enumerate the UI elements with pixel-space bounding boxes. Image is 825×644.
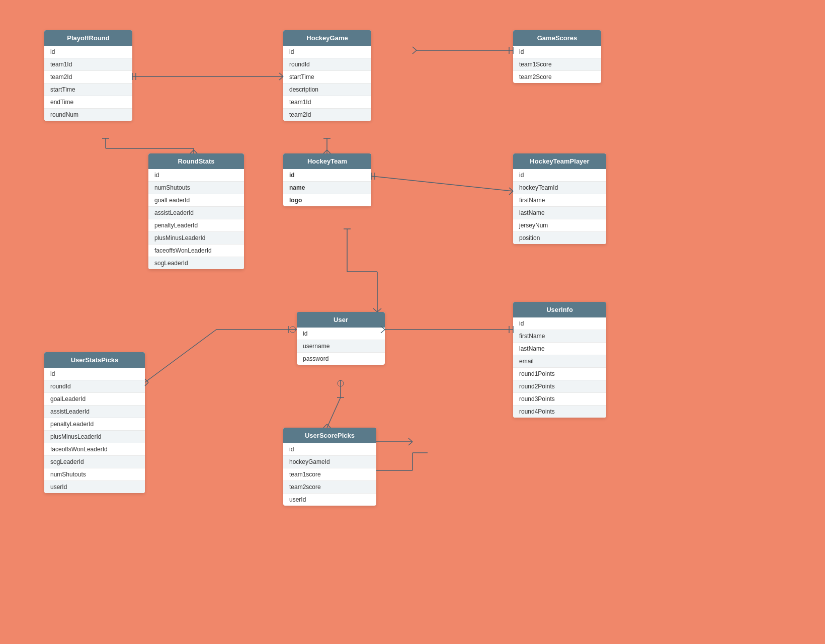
- field-firstname: firstName: [513, 194, 606, 207]
- table-header-user-score-picks: UserScorePicks: [283, 428, 376, 443]
- table-header-hockey-team-player: HockeyTeamPlayer: [513, 153, 606, 169]
- field-penaltyleaderid: penaltyLeaderId: [148, 219, 244, 232]
- table-user-stats-picks: UserStatsPicks id roundId goalLeaderId a…: [44, 352, 145, 493]
- field-id: id: [44, 368, 145, 380]
- field-roundid: roundId: [44, 380, 145, 393]
- field-numshutouts: numShutouts: [148, 182, 244, 194]
- svg-point-29: [290, 327, 296, 333]
- field-id: id: [283, 443, 376, 456]
- svg-line-26: [145, 330, 216, 382]
- svg-line-24: [509, 191, 513, 195]
- field-id: id: [513, 169, 606, 182]
- field-position: position: [513, 232, 606, 244]
- table-user: User id username password: [297, 312, 385, 365]
- field-team1score: team1score: [283, 468, 376, 481]
- table-header-hockey-team: HockeyTeam: [283, 153, 371, 169]
- svg-line-27: [145, 379, 148, 382]
- field-logo: logo: [283, 194, 371, 206]
- field-faceoffswonleaderid: faceoffsWonLeaderId: [44, 443, 145, 456]
- table-header-round-stats: RoundStats: [148, 153, 244, 169]
- field-id: id: [148, 169, 244, 182]
- svg-line-36: [327, 424, 331, 428]
- field-jerseynum: jerseyNum: [513, 219, 606, 232]
- field-id: id: [513, 46, 601, 58]
- field-endtime: endTime: [44, 96, 132, 109]
- svg-line-23: [509, 188, 513, 191]
- table-hockey-team-player: HockeyTeamPlayer id hockeyTeamId firstNa…: [513, 153, 606, 244]
- field-roundid: roundId: [283, 58, 371, 71]
- field-team2score: team2Score: [513, 71, 601, 83]
- svg-line-53: [377, 308, 381, 312]
- field-plusminusleaderid: plusMinusLeaderId: [44, 431, 145, 443]
- field-plusminusleaderid: plusMinusLeaderId: [148, 232, 244, 245]
- field-hockeyteamid: hockeyTeamId: [513, 182, 606, 194]
- field-goalleaderid: goalLeaderId: [148, 194, 244, 207]
- svg-line-14: [194, 150, 197, 153]
- table-hockey-game: HockeyGame id roundId startTime descript…: [283, 30, 371, 121]
- table-header-playoff-round: PlayoffRound: [44, 30, 132, 46]
- field-password: password: [297, 353, 385, 365]
- field-round1points: round1Points: [513, 368, 606, 380]
- svg-line-52: [373, 308, 377, 312]
- field-userid: userId: [44, 481, 145, 493]
- svg-point-33: [338, 380, 344, 386]
- field-team1score: team1Score: [513, 58, 601, 71]
- field-team2id: team2Id: [283, 109, 371, 121]
- table-user-info: UserInfo id firstName lastName email rou…: [513, 302, 606, 418]
- svg-line-35: [323, 424, 327, 428]
- svg-line-45: [408, 442, 412, 445]
- svg-line-28: [145, 382, 148, 386]
- table-game-scores: GameScores id team1Score team2Score: [513, 30, 601, 83]
- table-header-hockey-game: HockeyGame: [283, 30, 371, 46]
- field-sogleaderid: sogLeaderId: [44, 456, 145, 468]
- field-round2points: round2Points: [513, 380, 606, 393]
- field-name: name: [283, 182, 371, 194]
- field-id: id: [44, 46, 132, 58]
- field-id: id: [283, 46, 371, 58]
- field-firstname: firstName: [513, 330, 606, 343]
- field-starttime: startTime: [44, 84, 132, 96]
- svg-line-2: [279, 76, 283, 80]
- svg-line-32: [327, 397, 341, 428]
- svg-line-20: [371, 176, 513, 191]
- field-id: id: [283, 169, 371, 182]
- svg-line-9: [412, 50, 417, 54]
- field-penaltyleaderid: penaltyLeaderId: [44, 418, 145, 431]
- field-userid: userId: [283, 494, 376, 506]
- field-hockeygameid: hockeyGameId: [283, 456, 376, 468]
- table-header-user: User: [297, 312, 385, 328]
- svg-line-18: [327, 150, 331, 153]
- table-user-score-picks: UserScorePicks id hockeyGameId team1scor…: [283, 428, 376, 506]
- table-header-game-scores: GameScores: [513, 30, 601, 46]
- field-numshutouts: numShutouts: [44, 468, 145, 481]
- field-id: id: [513, 317, 606, 330]
- table-header-user-stats-picks: UserStatsPicks: [44, 352, 145, 368]
- table-header-user-info: UserInfo: [513, 302, 606, 317]
- field-assistleaderid: assistLeaderId: [148, 207, 244, 219]
- diagram-container: PlayoffRound id team1Id team2Id startTim…: [0, 0, 825, 644]
- field-id: id: [297, 328, 385, 340]
- table-hockey-team: HockeyTeam id name logo: [283, 153, 371, 206]
- field-round3points: round3Points: [513, 393, 606, 406]
- field-round4points: round4Points: [513, 406, 606, 418]
- field-assistleaderid: assistLeaderId: [44, 406, 145, 418]
- field-faceoffswonleaderid: faceoffsWonLeaderId: [148, 245, 244, 257]
- table-round-stats: RoundStats id numShutouts goalLeaderId a…: [148, 153, 244, 269]
- field-lastname: lastName: [513, 207, 606, 219]
- field-username: username: [297, 340, 385, 353]
- svg-line-17: [323, 150, 327, 153]
- field-team2score: team2score: [283, 481, 376, 494]
- svg-line-13: [190, 150, 194, 153]
- field-description: description: [283, 84, 371, 96]
- field-team2id: team2Id: [44, 71, 132, 84]
- svg-line-1: [279, 73, 283, 76]
- field-goalleaderid: goalLeaderId: [44, 393, 145, 406]
- field-lastname: lastName: [513, 343, 606, 355]
- field-starttime: startTime: [283, 71, 371, 84]
- field-roundnum: roundNum: [44, 109, 132, 121]
- field-team1id: team1Id: [283, 96, 371, 109]
- svg-line-8: [412, 47, 417, 50]
- field-email: email: [513, 355, 606, 368]
- field-team1id: team1Id: [44, 58, 132, 71]
- svg-line-44: [408, 438, 412, 442]
